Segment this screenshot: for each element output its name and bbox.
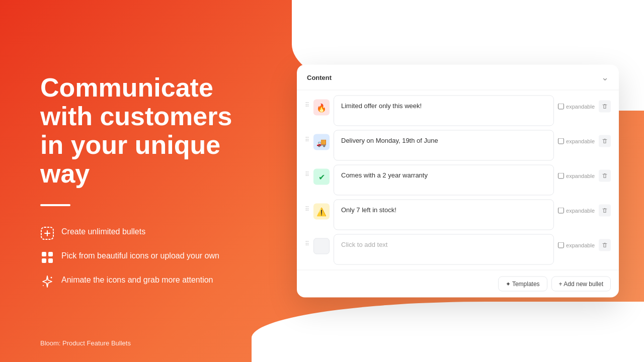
feature-item-animate: Animate the icons and grab more attentio… (40, 275, 252, 289)
widget-panel: Content ⌄ ⠿ 🔥 Limited offer only this we… (297, 65, 619, 298)
expandable-checkbox-4[interactable] (558, 208, 564, 214)
bullet-row-3: ⠿ ✔ Comes with a 2 year warranty expanda… (305, 165, 611, 196)
svg-point-7 (51, 277, 52, 279)
trash-icon-3 (602, 173, 608, 179)
add-bullet-button[interactable]: + Add new bullet (551, 277, 611, 292)
bullet-row-1: ⠿ 🔥 Limited offer only this week! expand… (305, 96, 611, 126)
bullet-controls-1: expandable (558, 96, 611, 113)
trash-icon-1 (602, 104, 608, 110)
bullet-icon-fire[interactable]: 🔥 (313, 100, 330, 116)
trash-icon-4 (602, 208, 608, 214)
bullet-textarea-3[interactable]: Comes with a 2 year warranty (334, 165, 554, 196)
expandable-label-1: expandable (558, 104, 595, 110)
bullet-controls-4: expandable (558, 200, 611, 217)
truck-icon: 🚚 (316, 137, 327, 147)
bullet-icon-warning[interactable]: ⚠️ (313, 204, 330, 220)
feature-label-icons: Pick from beautiful icons or upload your… (61, 250, 219, 261)
svg-rect-6 (48, 258, 53, 263)
delete-button-4[interactable] (599, 205, 611, 217)
drag-handle-3[interactable]: ⠿ (305, 165, 309, 178)
expandable-label-4: expandable (558, 208, 595, 214)
feature-item-icons: Pick from beautiful icons or upload your… (40, 250, 252, 264)
bullets-list: ⠿ 🔥 Limited offer only this week! expand… (297, 90, 619, 270)
bullet-icon-truck[interactable]: 🚚 (313, 134, 330, 150)
grid-icon (40, 250, 54, 264)
check-circle-icon: ✔ (318, 172, 325, 182)
delete-button-2[interactable] (599, 135, 611, 147)
expandable-text-1: expandable (566, 104, 595, 110)
bullet-icon-empty[interactable] (313, 238, 330, 254)
expandable-text-4: expandable (566, 208, 595, 214)
warning-icon: ⚠️ (316, 207, 327, 216)
bullet-row-5: ⠿ expandable (305, 234, 611, 265)
bullet-controls-5: expandable (558, 234, 611, 251)
add-circle-dashed-icon (40, 226, 54, 240)
svg-rect-4 (48, 252, 53, 256)
widget-header: Content ⌄ (297, 65, 619, 90)
drag-handle-1[interactable]: ⠿ (305, 96, 309, 109)
headline: Communicate with customers in your uniqu… (40, 73, 252, 189)
bullet-row-2: ⠿ 🚚 Delivery on Monday, 19th of June exp… (305, 130, 611, 161)
drag-handle-4[interactable]: ⠿ (305, 200, 309, 213)
fire-icon: 🔥 (316, 103, 327, 112)
drag-handle-5[interactable]: ⠿ (305, 234, 309, 247)
widget-footer: ✦ Templates + Add new bullet (297, 270, 619, 298)
bullet-icon-check[interactable]: ✔ (313, 169, 330, 185)
expandable-checkbox-5[interactable] (558, 242, 564, 248)
templates-button[interactable]: ✦ Templates (498, 277, 547, 292)
delete-button-3[interactable] (599, 170, 611, 182)
bullet-textarea-5[interactable] (334, 234, 554, 265)
trash-icon-5 (602, 242, 608, 248)
svg-rect-3 (42, 252, 46, 256)
bottom-label: Bloom: Product Feature Bullets (40, 339, 131, 347)
divider (40, 204, 70, 206)
expandable-checkbox-1[interactable] (558, 104, 564, 110)
features-list: Create unlimited bullets Pick from beaut… (40, 226, 252, 289)
feature-label-unlimited: Create unlimited bullets (61, 226, 145, 237)
expandable-label-3: expandable (558, 173, 595, 179)
delete-button-1[interactable] (599, 101, 611, 113)
sparkle-icon (40, 275, 54, 289)
left-content: Communicate with customers in your uniqu… (0, 0, 282, 362)
widget-title: Content (307, 73, 332, 81)
bullet-textarea-2[interactable]: Delivery on Monday, 19th of June (334, 130, 554, 161)
expandable-text-2: expandable (566, 138, 595, 144)
chevron-up-icon[interactable]: ⌄ (601, 72, 609, 83)
feature-label-animate: Animate the icons and grab more attentio… (61, 275, 213, 286)
svg-rect-5 (42, 258, 46, 263)
expandable-label-5: expandable (558, 242, 595, 248)
expandable-text-5: expandable (566, 242, 595, 248)
expandable-checkbox-2[interactable] (558, 138, 564, 144)
bullet-textarea-4[interactable]: Only 7 left in stock! (334, 200, 554, 230)
drag-handle-2[interactable]: ⠿ (305, 130, 309, 143)
delete-button-5[interactable] (599, 239, 611, 251)
expandable-label-2: expandable (558, 138, 595, 144)
trash-icon-2 (602, 138, 608, 144)
bullet-textarea-1[interactable]: Limited offer only this week! (334, 96, 554, 126)
bullet-controls-2: expandable (558, 130, 611, 147)
svg-point-8 (43, 285, 44, 286)
expandable-text-3: expandable (566, 173, 595, 179)
bullet-row-4: ⠿ ⚠️ Only 7 left in stock! expandable (305, 200, 611, 230)
bullet-controls-3: expandable (558, 165, 611, 182)
expandable-checkbox-3[interactable] (558, 173, 564, 179)
feature-item-unlimited: Create unlimited bullets (40, 226, 252, 240)
